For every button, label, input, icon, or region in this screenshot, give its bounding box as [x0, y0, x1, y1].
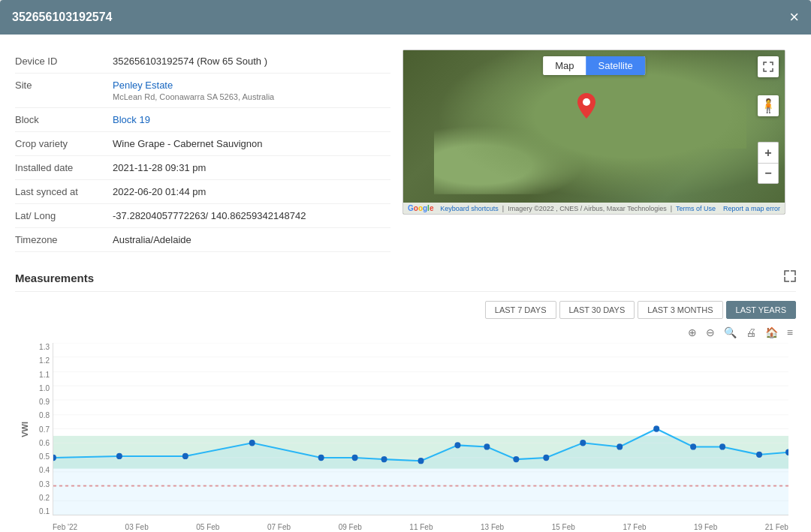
- chart-area: [53, 343, 788, 515]
- measurements-section: Measurements LAST 7 DAYS LAST 30 DAYS LA…: [15, 264, 796, 532]
- x-label-3: 07 Feb: [267, 523, 291, 531]
- data-point-1: [116, 453, 122, 459]
- person-icon: 🧍: [760, 98, 776, 114]
- report-link[interactable]: Report a map error: [723, 205, 780, 212]
- filter-years[interactable]: LAST YEARS: [726, 301, 796, 319]
- chart-zoom-out-button[interactable]: ⊖: [703, 325, 718, 340]
- chart-print-button[interactable]: 🖨: [743, 325, 759, 340]
- crop-row: Crop variety Wine Grape - Cabernet Sauvi…: [15, 132, 390, 156]
- y-val-02: 0.2: [39, 494, 50, 502]
- x-label-9: 19 Feb: [694, 523, 717, 531]
- map-section: Map Satellite 🧍: [402, 50, 785, 215]
- chart-search-button[interactable]: 🔍: [721, 325, 740, 340]
- data-point-10: [513, 456, 519, 462]
- modal-body: Device ID 352656103192574 (Row 65 South …: [0, 35, 811, 532]
- data-point-16: [719, 443, 725, 449]
- x-label-0: Feb '22: [53, 523, 77, 531]
- latlong-row: Lat/ Long -37.28204057772263/ 140.862593…: [15, 204, 390, 228]
- y-val-01: 0.1: [39, 507, 50, 515]
- chart-toolbar: ⊕ ⊖ 🔍 🖨 🏠 ≡: [15, 325, 796, 340]
- measurements-expand-button[interactable]: [784, 270, 796, 285]
- time-filter-buttons: LAST 7 DAYS LAST 30 DAYS LAST 3 MONTHS L…: [15, 301, 796, 319]
- fullscreen-icon: [763, 62, 773, 72]
- y-val-04: 0.4: [39, 466, 50, 474]
- map-tab-map[interactable]: Map: [543, 56, 586, 75]
- y-axis-values: 1.3 1.2 1.1 1.0 0.9 0.8 0.7 0.6 0.5 0.4 …: [29, 343, 53, 515]
- x-label-6: 13 Feb: [481, 523, 504, 531]
- location-pin-icon: [577, 93, 595, 119]
- y-val-10: 1.0: [39, 384, 50, 392]
- keyboard-shortcuts-link[interactable]: Keyboard shortcuts: [440, 205, 499, 212]
- map-container: Map Satellite 🧍: [403, 50, 785, 214]
- device-info-section: Device ID 352656103192574 (Row 65 South …: [15, 50, 390, 252]
- site-label: Site: [15, 80, 113, 91]
- installed-value: 2021-11-28 09:31 pm: [113, 162, 206, 173]
- latlong-label: Lat/ Long: [15, 210, 113, 221]
- y-val-12: 1.2: [39, 356, 50, 365]
- data-point-17: [756, 452, 762, 458]
- x-label-4: 09 Feb: [339, 523, 362, 531]
- x-label-5: 11 Feb: [409, 523, 433, 531]
- terms-link[interactable]: Terms of Use: [676, 205, 716, 212]
- timezone-row: Timezone Australia/Adelaide: [15, 228, 390, 252]
- svg-point-0: [583, 98, 590, 106]
- filter-7days[interactable]: LAST 7 DAYS: [485, 301, 556, 319]
- data-point-5: [352, 455, 358, 461]
- timezone-label: Timezone: [15, 234, 113, 245]
- data-point-12: [580, 440, 586, 446]
- data-point-8: [454, 442, 460, 448]
- site-address: McLean Rd, Coonawarra SA 5263, Australia: [113, 92, 274, 101]
- timezone-value: Australia/Adelaide: [113, 234, 191, 245]
- block-label: Block: [15, 114, 113, 125]
- chart-menu-button[interactable]: ≡: [784, 325, 796, 340]
- close-button[interactable]: ×: [789, 9, 799, 26]
- zoom-out-button[interactable]: −: [758, 163, 779, 184]
- data-point-6: [381, 456, 387, 462]
- synced-row: Last synced at 2022-06-20 01:44 pm: [15, 180, 390, 204]
- data-point-15: [690, 443, 696, 449]
- block-value: Block 19: [113, 114, 150, 125]
- map-keyboard-shortcut: Keyboard shortcuts | Imagery ©2022 , CNE…: [440, 205, 780, 212]
- map-tabs: Map Satellite: [543, 56, 645, 75]
- y-val-09: 0.9: [39, 398, 50, 406]
- block-link[interactable]: Block 19: [113, 114, 150, 125]
- chart-svg: [53, 343, 788, 515]
- y-val-06: 0.6: [39, 439, 50, 447]
- device-id-label: Device ID: [15, 56, 113, 67]
- map-zoom-controls: + −: [758, 142, 779, 184]
- google-logo: Google: [408, 204, 433, 212]
- filter-30days[interactable]: LAST 30 DAYS: [559, 301, 635, 319]
- zoom-in-button[interactable]: +: [758, 142, 779, 163]
- map-person-button[interactable]: 🧍: [758, 95, 779, 116]
- measurements-header: Measurements: [15, 264, 796, 292]
- data-point-11: [543, 455, 549, 461]
- device-id-value: 352656103192574 (Row 65 South ): [113, 56, 267, 67]
- data-point-14: [653, 425, 659, 431]
- map-fullscreen-button[interactable]: [758, 56, 779, 77]
- chart-wrapper: VWI 1.3 1.2 1.1 1.0 0.9 0.8 0.7 0.6 0.5 …: [15, 343, 796, 532]
- x-label-2: 05 Feb: [196, 523, 219, 531]
- filter-3months[interactable]: LAST 3 MONTHS: [638, 301, 722, 319]
- y-val-07: 0.7: [39, 425, 50, 434]
- synced-value: 2022-06-20 01:44 pm: [113, 186, 206, 197]
- installed-row: Installed date 2021-11-28 09:31 pm: [15, 156, 390, 180]
- x-label-1: 03 Feb: [125, 523, 149, 531]
- x-label-8: 17 Feb: [623, 523, 646, 531]
- y-val-13: 1.3: [39, 343, 50, 351]
- data-point-9: [484, 443, 490, 449]
- latlong-value: -37.28204057772263/ 140.86259342148742: [113, 210, 306, 221]
- installed-label: Installed date: [15, 162, 113, 173]
- chart-home-button[interactable]: 🏠: [762, 325, 781, 340]
- map-tab-satellite[interactable]: Satellite: [586, 56, 645, 75]
- y-val-05: 0.5: [39, 452, 50, 461]
- chart-zoom-in-button[interactable]: ⊕: [685, 325, 700, 340]
- site-link[interactable]: Penley Estate: [113, 80, 173, 91]
- data-point-4: [318, 455, 324, 461]
- modal-title: 352656103192574: [12, 11, 112, 24]
- x-label-10: 21 Feb: [765, 523, 788, 531]
- y-val-03: 0.3: [39, 480, 50, 488]
- modal-header: 352656103192574 ×: [0, 0, 811, 35]
- device-id-row: Device ID 352656103192574 (Row 65 South …: [15, 50, 390, 74]
- data-point-13: [617, 443, 623, 449]
- block-row: Block Block 19: [15, 108, 390, 132]
